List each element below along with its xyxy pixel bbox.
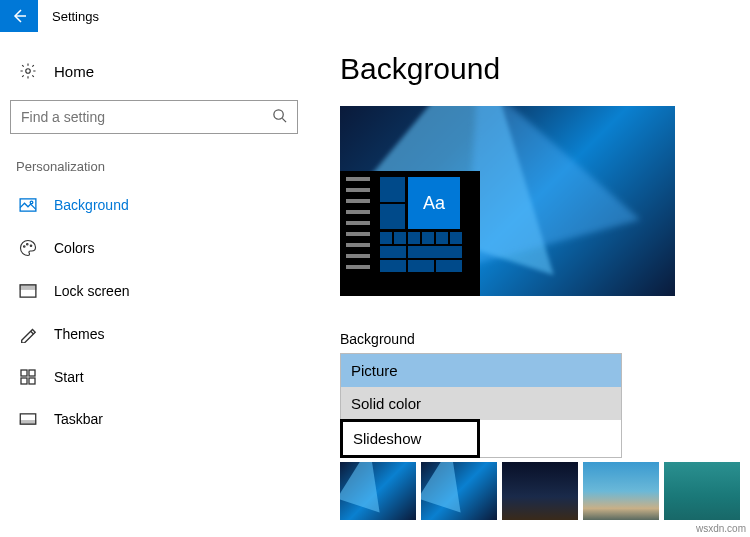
dropdown-option-picture[interactable]: Picture <box>341 354 621 387</box>
sidebar-item-start[interactable]: Start <box>10 356 300 398</box>
svg-rect-10 <box>29 370 35 376</box>
gear-icon <box>16 62 40 80</box>
preview-sample-tile: Aa <box>408 177 460 229</box>
wallpaper-preview: Aa <box>340 106 675 296</box>
app-title: Settings <box>38 9 99 24</box>
background-dropdown-label: Background <box>340 331 750 347</box>
svg-point-3 <box>30 201 33 204</box>
taskbar-icon <box>16 413 40 425</box>
thumbnail-2[interactable] <box>421 462 497 520</box>
picture-icon <box>16 198 40 212</box>
dropdown-option-slideshow[interactable]: Slideshow <box>340 419 480 458</box>
svg-point-1 <box>274 110 283 119</box>
home-label: Home <box>54 63 94 80</box>
svg-point-5 <box>27 244 29 246</box>
sidebar-item-taskbar[interactable]: Taskbar <box>10 398 300 440</box>
arrow-left-icon <box>11 8 27 24</box>
svg-point-4 <box>24 246 26 248</box>
dropdown-option-solid-color[interactable]: Solid color <box>341 387 621 420</box>
watermark: wsxdn.com <box>696 523 746 534</box>
sidebar-item-label: Colors <box>54 240 94 256</box>
background-dropdown[interactable]: Picture Solid color Slideshow <box>340 353 622 458</box>
home-nav-item[interactable]: Home <box>10 52 300 90</box>
start-icon <box>16 369 40 385</box>
lock-screen-icon <box>16 284 40 298</box>
back-button[interactable] <box>0 0 38 32</box>
svg-rect-8 <box>20 285 36 289</box>
svg-rect-14 <box>20 421 35 424</box>
picture-thumbnails <box>340 462 750 520</box>
svg-rect-9 <box>21 370 27 376</box>
sidebar-item-label: Background <box>54 197 129 213</box>
palette-icon <box>16 239 40 257</box>
sidebar-item-label: Themes <box>54 326 105 342</box>
svg-rect-12 <box>29 378 35 384</box>
sidebar-item-label: Lock screen <box>54 283 129 299</box>
search-box[interactable] <box>10 100 298 134</box>
thumbnail-5[interactable] <box>664 462 740 520</box>
svg-point-0 <box>26 69 31 74</box>
section-title: Personalization <box>10 159 300 184</box>
thumbnail-3[interactable] <box>502 462 578 520</box>
page-title: Background <box>340 52 750 86</box>
svg-point-6 <box>30 245 32 247</box>
sidebar-item-label: Taskbar <box>54 411 103 427</box>
thumbnail-4[interactable] <box>583 462 659 520</box>
thumbnail-1[interactable] <box>340 462 416 520</box>
sidebar-item-themes[interactable]: Themes <box>10 312 300 356</box>
sidebar-item-label: Start <box>54 369 84 385</box>
sidebar-item-colors[interactable]: Colors <box>10 226 300 270</box>
svg-rect-11 <box>21 378 27 384</box>
sidebar-item-lock-screen[interactable]: Lock screen <box>10 270 300 312</box>
content-area: Background Aa Background Picture <box>300 52 750 520</box>
search-input[interactable] <box>21 109 272 125</box>
sidebar: Home Personalization Background Colors <box>0 52 300 520</box>
search-icon <box>272 108 287 126</box>
themes-icon <box>16 325 40 343</box>
sidebar-item-background[interactable]: Background <box>10 184 300 226</box>
